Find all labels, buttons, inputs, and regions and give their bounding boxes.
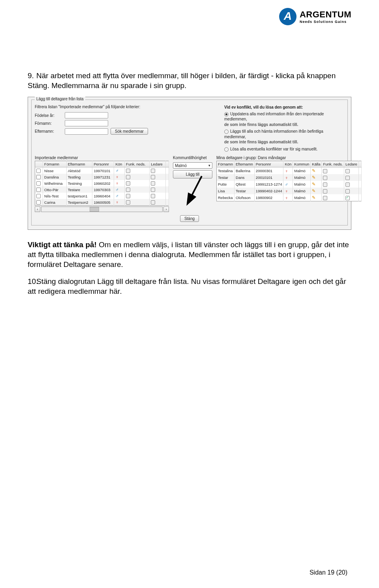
table-header[interactable]: Ledare xyxy=(150,161,166,167)
table-row[interactable]: Nils-Testtestperson119960404 ♂ xyxy=(35,193,169,199)
table-row[interactable]: TestarDans20010101 ♀ Malmö ✎ xyxy=(217,174,362,181)
edit-icon[interactable]: ✎ xyxy=(312,188,315,193)
funk-checkbox[interactable] xyxy=(126,175,130,179)
conflict-title: Vid ev konflikt, vill du lösa den genom … xyxy=(224,105,344,110)
ledare-checkbox[interactable] xyxy=(151,169,155,173)
table-header[interactable]: Personnr xyxy=(254,161,283,167)
input-firstname[interactable] xyxy=(65,120,108,126)
logo-tagline: Needs Solutions Gains xyxy=(300,20,351,24)
instruction-10: 10.Stäng dialogrutan Lägg till deltagare… xyxy=(28,277,351,296)
funk-checkbox[interactable] xyxy=(126,181,130,186)
logo: ARGENTUM Needs Solutions Gains xyxy=(279,8,351,25)
add-button[interactable]: Lägg till xyxy=(173,170,212,178)
edit-icon[interactable]: ✎ xyxy=(312,168,315,173)
gender-icon: ♀ xyxy=(285,195,288,200)
row-checkbox[interactable] xyxy=(36,169,41,173)
gender-icon: ♀ xyxy=(115,175,118,179)
row-checkbox[interactable] xyxy=(36,194,41,198)
funk-checkbox[interactable] xyxy=(126,194,130,198)
scroll-left-icon[interactable]: ‹ xyxy=(35,207,40,212)
logo-name: ARGENTUM xyxy=(300,9,351,20)
ledare-checkbox[interactable] xyxy=(151,188,155,192)
ledare-checkbox[interactable] xyxy=(345,176,350,180)
gender-icon: ♀ xyxy=(115,181,118,186)
table-header[interactable] xyxy=(358,161,361,167)
close-button[interactable]: Stäng xyxy=(180,215,199,222)
table-header[interactable]: Funk. neds. xyxy=(322,161,344,167)
table-header[interactable]: Förnamn xyxy=(217,161,235,167)
edit-icon[interactable]: ✎ xyxy=(312,175,315,180)
gender-icon: ♀ xyxy=(115,200,118,205)
funk-checkbox[interactable] xyxy=(126,169,130,173)
row-checkbox[interactable] xyxy=(36,175,41,179)
table-header[interactable] xyxy=(35,161,43,167)
edit-icon[interactable]: ✎ xyxy=(312,182,315,186)
gender-icon: ♀ xyxy=(285,175,288,180)
edit-icon[interactable]: ✎ xyxy=(312,195,315,200)
table-row[interactable]: WilhelminaTestning19960202 ♀ xyxy=(35,180,169,186)
table-header[interactable]: Efternamn xyxy=(235,161,255,167)
table-row[interactable]: Otto-PärTestare19970303 ♂ xyxy=(35,186,169,193)
instruction-9: 9.När arbetet med att flytta över medlem… xyxy=(28,71,351,90)
table-header[interactable]: Funk. neds. xyxy=(125,161,150,167)
label-birthyear: Födelse år: xyxy=(35,113,62,118)
funk-checkbox[interactable] xyxy=(126,188,130,192)
ledare-checkbox[interactable] xyxy=(345,169,350,173)
ledare-checkbox[interactable] xyxy=(345,196,350,200)
table-row[interactable]: LisaTestar19990402-1244 ♀ Malmö ✎ xyxy=(217,188,362,194)
table-header[interactable] xyxy=(166,161,169,167)
table-header[interactable]: Förnamn xyxy=(43,161,67,167)
funk-checkbox[interactable] xyxy=(323,182,327,187)
row-checkbox[interactable] xyxy=(36,181,41,186)
input-birthyear[interactable] xyxy=(65,112,108,118)
table-row[interactable]: PutteQltest19991213-1274 ♂ Malmö ✎ xyxy=(217,181,362,188)
ledare-checkbox[interactable] xyxy=(151,194,155,198)
row-checkbox[interactable] xyxy=(36,188,41,192)
left-table-title: Importerade medlemmar xyxy=(35,156,169,160)
gender-icon: ♀ xyxy=(285,189,288,193)
logo-icon xyxy=(279,8,296,25)
ledare-checkbox[interactable] xyxy=(151,200,155,205)
filter-intro: Filtrera listan "Importerade medlemmar" … xyxy=(35,105,169,109)
table-header[interactable]: Kommun xyxy=(293,161,311,167)
funk-checkbox[interactable] xyxy=(126,200,130,205)
funk-checkbox[interactable] xyxy=(323,169,327,173)
table-header[interactable]: Efternamn xyxy=(66,161,92,167)
table-row[interactable]: CarinaTestperson219600505 ♀ xyxy=(35,199,169,206)
table-header[interactable]: Personnr xyxy=(92,161,114,167)
chevron-down-icon: ▾ xyxy=(208,163,210,167)
table-row[interactable]: RebeckaOlofsson19800902 ♀ Malmö ✎ xyxy=(217,194,362,201)
ledare-checkbox[interactable] xyxy=(151,181,155,186)
conflict-opt1-sub: de som inte finns läggs automatiskt till… xyxy=(224,122,344,128)
gender-icon: ♂ xyxy=(285,182,288,187)
left-table-scrollbar[interactable]: ‹ › xyxy=(35,207,169,212)
label-lastname: Efternamn: xyxy=(35,129,62,133)
input-lastname[interactable] xyxy=(65,128,108,135)
conflict-opt3[interactable]: Lösa alla eventuella konflikter var för … xyxy=(224,147,344,152)
funk-checkbox[interactable] xyxy=(323,189,327,193)
table-header[interactable]: Kön xyxy=(114,161,125,167)
ledare-checkbox[interactable] xyxy=(345,189,350,193)
funk-checkbox[interactable] xyxy=(323,176,327,180)
right-table: FörnamnEfternamnPersonnrKönKommunKällaFu… xyxy=(216,161,362,201)
conflict-opt1[interactable]: Uppdatera alla med information ifrån den… xyxy=(224,111,344,122)
row-checkbox[interactable] xyxy=(36,200,41,205)
table-header[interactable]: Ledare xyxy=(344,161,359,167)
scroll-right-icon[interactable]: › xyxy=(163,207,169,212)
ledare-checkbox[interactable] xyxy=(151,175,155,179)
label-firstname: Förnamn: xyxy=(35,121,62,126)
conflict-opt2[interactable]: Läggs till alla och hämta informationen … xyxy=(224,129,344,139)
table-header[interactable]: Kön xyxy=(283,161,293,167)
table-row[interactable]: DanslinaTestling19971231 ♀ xyxy=(35,174,169,180)
gender-icon: ♀ xyxy=(285,169,288,173)
table-header[interactable]: Källa xyxy=(311,161,322,167)
kommun-select[interactable]: Malmö ▾ xyxy=(173,162,212,169)
gender-icon: ♂ xyxy=(115,168,118,173)
conflict-opt2-sub: de som inte finns läggs automatiskt till… xyxy=(224,139,344,145)
funk-checkbox[interactable] xyxy=(323,196,327,200)
search-button[interactable]: Sök medlemmar xyxy=(111,128,148,135)
table-row[interactable]: NisseAktstöd19970101 ♂ xyxy=(35,167,169,174)
dialog-legend: Lägg till deltagare från lista xyxy=(35,97,85,101)
table-row[interactable]: TestalinaBallerina20000301 ♀ Malmö ✎ xyxy=(217,167,362,175)
ledare-checkbox[interactable] xyxy=(345,182,350,187)
